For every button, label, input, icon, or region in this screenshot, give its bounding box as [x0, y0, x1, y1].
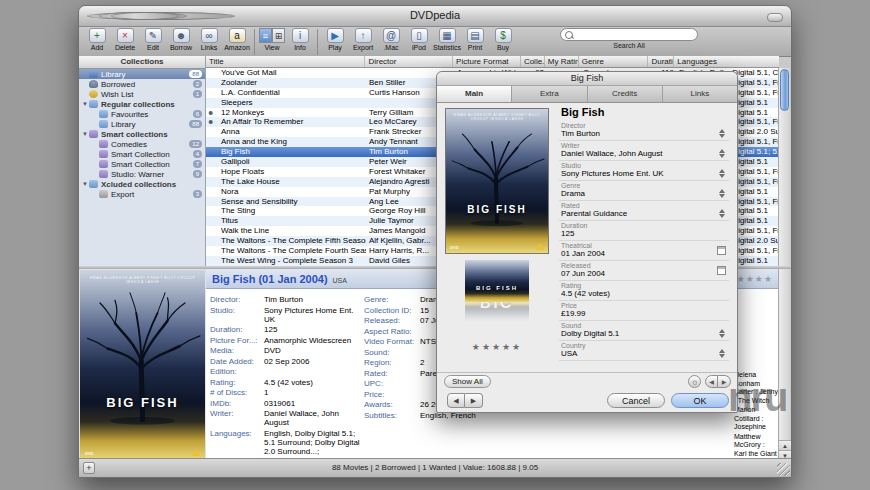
export-button[interactable]: ↑ Export	[350, 28, 377, 51]
form-field[interactable]: Duration 125	[559, 221, 729, 241]
column-header-picture-format[interactable]: Picture Format	[453, 56, 521, 67]
field-label: Sound	[561, 322, 713, 329]
cover-reflection: BIG FISH	[465, 302, 529, 326]
list-view-icon[interactable]: ≡	[259, 28, 272, 43]
form-field[interactable]: Country USA	[559, 341, 729, 361]
column-header-title[interactable]: Title	[206, 56, 365, 67]
field-label: Rated	[561, 202, 713, 209]
mini-prev-icon[interactable]: ◀	[705, 375, 718, 388]
form-field[interactable]: Theatrical 01 Jan 2004	[559, 241, 729, 261]
dialog-title[interactable]: Big Fish	[437, 72, 737, 86]
count-badge: 6	[193, 110, 202, 118]
sidebar-item[interactable]: ▼ Comedies 12	[79, 139, 205, 149]
info-button[interactable]: i Info	[287, 28, 314, 51]
stepper-icon[interactable]	[719, 186, 726, 196]
toolbar-toggle-button[interactable]	[767, 13, 783, 22]
sidebar-item[interactable]: ▼ Library 88	[79, 119, 205, 129]
ok-button[interactable]: OK	[671, 393, 729, 408]
toolbar: + Add × Delete ✎ Edit ☻ Borrow ∞ Links a…	[79, 27, 791, 57]
cancel-button[interactable]: Cancel	[607, 393, 665, 408]
sidebar-item[interactable]: ▼ Regular collections	[79, 99, 205, 109]
field-value: Sony Pictures Home Ent. UK	[561, 169, 713, 178]
stepper-icon[interactable]	[719, 346, 726, 356]
back-cover-thumbnail[interactable]: BIG FISH	[465, 260, 529, 302]
form-field[interactable]: Price £19.99	[559, 301, 729, 321]
stepper-icon[interactable]	[719, 206, 726, 216]
detail-title: Big Fish (01 Jan 2004)	[212, 273, 328, 285]
previous-record-icon[interactable]: ◀	[447, 393, 465, 408]
form-field[interactable]: Rated Parental Guidance	[559, 201, 729, 221]
disclosure-triangle-icon[interactable]: ▼	[82, 181, 89, 187]
borrow-button[interactable]: ☻ Borrow	[168, 28, 195, 51]
amazon-button[interactable]: a Amazon	[224, 28, 251, 51]
sidebar-item[interactable]: ▼ Smart Collection 7	[79, 159, 205, 169]
cell-title: The Sting	[218, 206, 366, 216]
search-field[interactable]	[560, 28, 698, 41]
cell-title: Zoolander	[218, 78, 366, 88]
form-field[interactable]: Released 07 Jun 2004	[559, 261, 729, 281]
sidebar-item[interactable]: ▼ Favourites 6	[79, 109, 205, 119]
detail-label: Rating:	[210, 378, 264, 387]
sidebar-item[interactable]: ▼ Export 3	[79, 189, 205, 199]
column-header-collection[interactable]: Colle...	[521, 56, 545, 67]
tab-links[interactable]: Links	[663, 86, 737, 102]
sidebar-item[interactable]: ▼ Wish List 1	[79, 89, 205, 99]
form-field[interactable]: Studio Sony Pictures Home Ent. UK	[559, 161, 729, 181]
disclosure-triangle-icon[interactable]: ▼	[82, 131, 89, 137]
column-header-languages[interactable]: Languages	[674, 56, 779, 67]
tab-main[interactable]: Main	[437, 86, 512, 102]
column-header-duration[interactable]: Duration	[648, 56, 674, 67]
sidebar-item[interactable]: ▼ Library 88	[79, 69, 205, 79]
sidebar-item[interactable]: ▼ Smart collections	[79, 129, 205, 139]
dialog-cover-poster[interactable]: EWAN McGREGOR ALBERT FINNEY BILLY CRUDUP…	[445, 108, 549, 254]
form-field[interactable]: Sound Dolby Digital 5.1	[559, 321, 729, 341]
calendar-icon[interactable]	[717, 266, 726, 275]
sidebar-item[interactable]: ▼ Studio: Warner 9	[79, 169, 205, 179]
sidebar-item-label: Library	[101, 70, 125, 79]
form-field[interactable]: Genre Drama	[559, 181, 729, 201]
toolbar-separator	[254, 29, 255, 55]
disclosure-triangle-icon[interactable]: ▼	[82, 101, 89, 107]
sidebar-item[interactable]: ▼ Borrowed 2	[79, 79, 205, 89]
sidebar-item[interactable]: ▼ Xcluded collections	[79, 179, 205, 189]
delete-button[interactable]: × Delete	[112, 28, 139, 51]
add-button[interactable]: + Add	[84, 28, 111, 51]
links-button[interactable]: ∞ Links	[196, 28, 223, 51]
statistics-button[interactable]: ▦ Statistics	[434, 28, 461, 51]
form-field[interactable]: Writer Daniel Wallace, John August	[559, 141, 729, 161]
dotmac-button[interactable]: @ .Mac	[378, 28, 405, 51]
title-bar[interactable]: DVDpedia	[79, 6, 791, 27]
column-header-my-rating[interactable]: My Rating	[545, 56, 579, 67]
calendar-icon[interactable]	[717, 246, 726, 255]
collection-icon	[89, 80, 98, 88]
dialog-rating-stars[interactable]: ★★★★★	[445, 342, 549, 352]
scrollbar-thumb[interactable]	[780, 69, 789, 111]
ipod-button[interactable]: ▯ iPod	[406, 28, 433, 51]
grid-view-icon[interactable]: ⊞	[272, 28, 285, 43]
stepper-icon[interactable]	[719, 326, 726, 336]
stepper-icon[interactable]	[719, 166, 726, 176]
column-header-director[interactable]: Director	[365, 56, 453, 67]
show-all-button[interactable]: Show All	[444, 375, 491, 388]
tab-credits[interactable]: Credits	[588, 86, 663, 102]
print-button[interactable]: ▤ Print	[462, 28, 489, 51]
cover-browser[interactable]: BIG FISH BIG FISH	[445, 260, 549, 326]
form-field[interactable]: Director Tim Burton	[559, 121, 729, 141]
field-label: Country	[561, 342, 713, 349]
gear-icon[interactable]: ☼	[688, 375, 701, 388]
poster-title: BIG FISH	[446, 204, 548, 215]
buy-button[interactable]: $ Buy	[490, 28, 517, 51]
form-field[interactable]: Rating 4.5 (42 votes)	[559, 281, 729, 301]
sidebar-item[interactable]: ▼ Smart Collection 4	[79, 149, 205, 159]
play-button[interactable]: ▶ Play	[322, 28, 349, 51]
column-header-genre[interactable]: Genre	[579, 56, 649, 67]
next-record-icon[interactable]: ▶	[465, 393, 483, 408]
detail-pair: Writer: Daniel Wallace, John August	[210, 409, 360, 427]
search-input[interactable]	[573, 29, 693, 41]
poster-title: BIG FISH	[80, 395, 205, 410]
tab-extra[interactable]: Extra	[512, 86, 587, 102]
stepper-icon[interactable]	[719, 126, 726, 136]
resize-grip[interactable]	[777, 463, 790, 476]
stepper-icon[interactable]	[719, 146, 726, 156]
edit-button[interactable]: ✎ Edit	[140, 28, 167, 51]
